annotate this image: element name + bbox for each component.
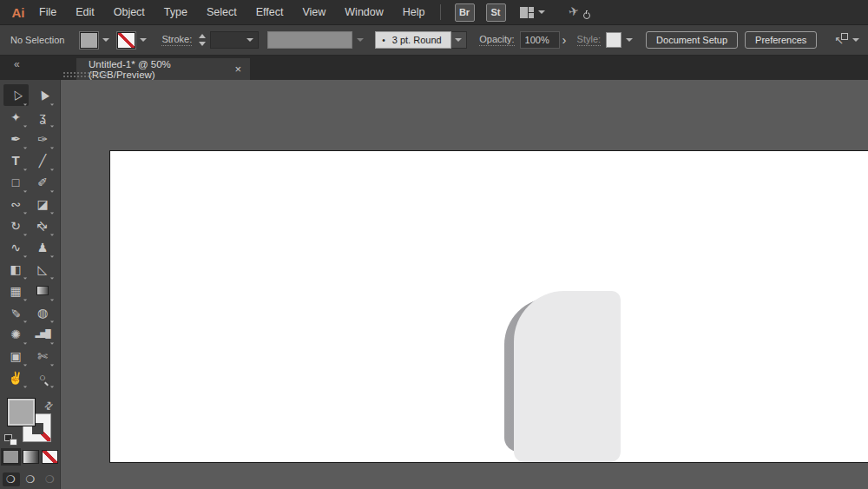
tool-width[interactable]: ∿ (3, 236, 29, 258)
none-button[interactable] (42, 450, 58, 464)
tool-scale[interactable]: ⇄ (30, 215, 56, 236)
canvas-workspace[interactable] (61, 80, 868, 489)
stroke-label[interactable]: Stroke: (161, 34, 192, 46)
tool-artboard[interactable]: ▣ (3, 345, 29, 367)
opacity-label[interactable]: Opacity: (479, 34, 514, 46)
menu-item-file[interactable]: File (30, 0, 66, 25)
slice-icon: ✄ (37, 350, 48, 362)
menu-item-view[interactable]: View (293, 0, 335, 25)
tool-shape-builder[interactable]: ◧ (3, 258, 29, 280)
tool-eyedropper[interactable]: ✎ (3, 301, 29, 323)
gradient-button[interactable] (23, 450, 39, 464)
brush-definition-dropdown[interactable]: •3 pt. Round (375, 31, 467, 49)
rounded-rect-shape[interactable] (514, 291, 621, 462)
stroke-weight-chevron-down-icon (247, 37, 254, 43)
artboard[interactable] (109, 150, 868, 463)
tool-lasso[interactable]: ʓ (30, 106, 56, 128)
tool-eraser[interactable]: ◪ (30, 193, 56, 215)
paper-plane-icon: ✈ (567, 3, 580, 19)
rotate-icon: ↻ (10, 220, 21, 232)
workspace-switcher-icon[interactable] (520, 7, 534, 18)
tool-symbol-sprayer[interactable]: ✺ (3, 323, 29, 345)
fill-color-swatch[interactable] (80, 32, 98, 49)
tool-column-graph[interactable]: ▂▅█ (30, 323, 56, 345)
panel-grip[interactable] (62, 71, 108, 78)
tool-curvature[interactable]: ✑ (30, 128, 56, 149)
opacity-input[interactable] (520, 31, 560, 49)
document-tab-bar: « Untitled-1* @ 50% (RGB/Preview) × (0, 56, 868, 80)
shaper-icon: ∾ (10, 198, 21, 210)
share-sync-icon[interactable]: ✈ (569, 4, 591, 20)
fill-chevron-down-icon[interactable] (102, 37, 110, 43)
tool-shaper[interactable]: ∾ (3, 193, 29, 215)
tool-magic-wand[interactable]: ✦ (3, 106, 29, 128)
artboard-icon: ▣ (10, 350, 21, 362)
tool-zoom[interactable]: ○ (30, 367, 56, 388)
menu-items: FileEditObjectTypeSelectEffectViewWindow… (30, 0, 435, 25)
line-segment-icon: ╱ (39, 155, 46, 167)
style-label[interactable]: Style: (577, 34, 602, 46)
tool-rectangle[interactable]: □ (3, 171, 29, 193)
column-graph-icon: ▂▅█ (35, 330, 49, 338)
select-similar-icon[interactable]: ↖ (834, 34, 844, 47)
menu-item-help[interactable]: Help (393, 0, 435, 25)
menu-item-effect[interactable]: Effect (247, 0, 293, 25)
fill-color-indicator[interactable] (7, 398, 36, 426)
default-fill-stroke-icon[interactable] (4, 434, 17, 446)
stroke-chevron-down-icon[interactable] (140, 37, 148, 43)
close-icon[interactable]: × (234, 63, 241, 76)
gradient-icon (36, 286, 49, 295)
stroke-weight-dropdown[interactable] (210, 31, 259, 49)
symbol-sprayer-icon: ✺ (10, 328, 21, 340)
tool-paintbrush[interactable]: ✐ (30, 171, 56, 193)
stroke-weight-stepper[interactable] (197, 32, 207, 48)
brush-definition-value[interactable]: •3 pt. Round (375, 31, 451, 49)
menu-item-window[interactable]: Window (335, 0, 392, 25)
tool-slice[interactable]: ✄ (30, 345, 56, 367)
opacity-expander-button[interactable]: › (562, 32, 567, 47)
bridge-button[interactable]: Br (455, 3, 475, 22)
tool-line-segment[interactable]: ╱ (30, 149, 56, 171)
brush-chevron-button[interactable] (451, 31, 467, 49)
stroke-color-swatch[interactable] (117, 32, 135, 49)
tool-type[interactable]: T (3, 149, 29, 171)
workspace-chevron-down-icon[interactable] (538, 10, 546, 15)
style-swatch[interactable] (606, 32, 621, 48)
brush-chevron-down-icon (455, 37, 463, 43)
tool-selection[interactable]: ▷ (3, 84, 29, 106)
zoom-icon: ○ (39, 372, 46, 383)
stock-button[interactable]: St (486, 3, 506, 22)
width-icon: ∿ (10, 241, 21, 254)
pen-icon: ✒ (10, 133, 21, 145)
collapse-panel-icon[interactable]: « (14, 58, 19, 70)
eraser-icon: ◪ (36, 198, 48, 210)
menu-item-object[interactable]: Object (104, 0, 155, 25)
tool-blend[interactable]: ◍ (30, 301, 56, 323)
tool-gradient[interactable] (30, 280, 56, 301)
curvature-icon: ✑ (37, 133, 48, 145)
preferences-button[interactable]: Preferences (745, 31, 817, 49)
tool-pen[interactable]: ✒ (3, 128, 29, 149)
tool-direct-selection[interactable]: ▶ (30, 84, 56, 106)
style-chevron-down-icon[interactable] (626, 37, 634, 43)
draw-behind-icon[interactable]: ❍ (22, 472, 39, 486)
width-profile-chevron-down-icon (357, 37, 365, 43)
tool-mesh[interactable]: ▦ (3, 280, 29, 301)
tool-puppet-warp[interactable]: ♟ (30, 236, 56, 258)
menu-item-type[interactable]: Type (155, 0, 197, 25)
tool-hand[interactable]: ✌ (3, 367, 29, 388)
control-bar: No Selection Stroke: •3 pt. Round Opacit… (0, 25, 868, 56)
eyedropper-icon: ✎ (10, 307, 21, 319)
shape-builder-icon: ◧ (10, 263, 21, 275)
menu-item-select[interactable]: Select (197, 0, 247, 25)
draw-normal-icon[interactable]: ❍ (3, 472, 20, 486)
color-button[interactable] (3, 450, 19, 464)
document-setup-button[interactable]: Document Setup (646, 31, 738, 49)
tool-perspective-grid[interactable]: ◺ (30, 258, 56, 280)
swap-fill-stroke-icon[interactable]: ⇄ (42, 398, 56, 413)
magic-wand-icon: ✦ (10, 111, 21, 123)
tool-rotate[interactable]: ↻ (3, 215, 29, 236)
menu-item-edit[interactable]: Edit (66, 0, 104, 25)
select-similar-chevron-down-icon[interactable] (852, 37, 860, 43)
brush-label: 3 pt. Round (392, 35, 442, 45)
